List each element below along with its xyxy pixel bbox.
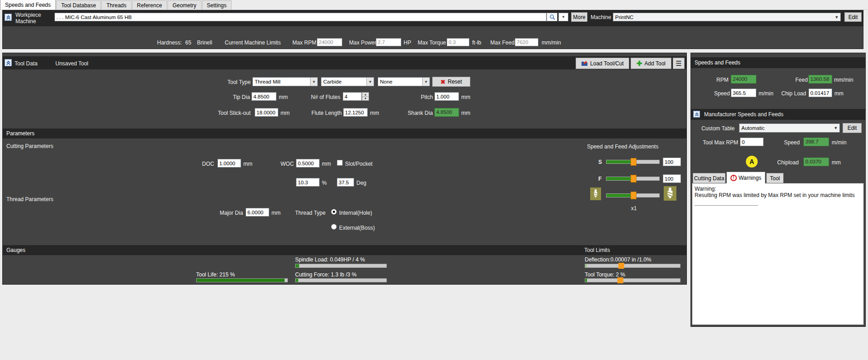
f-slider[interactable]	[606, 177, 660, 181]
diameter-slider-handle[interactable]	[631, 192, 636, 199]
flutes-spinner[interactable]: ▲▼	[362, 92, 369, 101]
thread-parameters-title: Thread Parameters	[6, 196, 53, 202]
tool-name-status: Unsaved Tool	[55, 60, 89, 67]
spindle-load-gauge	[295, 264, 387, 268]
stickout-input[interactable]	[255, 108, 278, 117]
max-rpm-input[interactable]	[317, 38, 342, 46]
slot-pocket-checkbox[interactable]	[337, 160, 343, 166]
thread-internal-radio[interactable]	[331, 209, 337, 215]
collapse-tool-data-icon[interactable]	[5, 59, 12, 66]
tool-type-value: Thread Mill	[253, 79, 310, 84]
machine-select[interactable]: PrintNC ▼	[613, 13, 841, 21]
f-value-input[interactable]	[663, 174, 681, 183]
mfr-speed-unit: m/min	[832, 139, 847, 146]
menu-tab-geometry[interactable]: Geometry	[168, 0, 202, 10]
mfr-speed-label: Speed	[784, 139, 800, 146]
max-power-input[interactable]	[376, 38, 401, 46]
f-slider-handle[interactable]	[631, 175, 636, 182]
material-dropdown-button[interactable]: ▼	[558, 13, 568, 21]
s-slider-handle[interactable]	[631, 158, 636, 166]
reset-label: Reset	[448, 79, 462, 85]
menu-tab-threads[interactable]: Threads	[101, 0, 131, 10]
feed-value: 1360.58	[809, 75, 832, 84]
reset-button[interactable]: ✖ Reset	[432, 77, 470, 87]
tip-dia-unit: mm	[279, 94, 288, 100]
tab-tool[interactable]: Tool	[766, 173, 784, 183]
hardness-unit: Brinell	[197, 39, 212, 46]
custom-table-select[interactable]: Automatic▼	[739, 123, 840, 133]
angle-unit: Deg	[356, 180, 366, 186]
folder-icon	[581, 60, 588, 66]
speed-label: Speed	[714, 90, 730, 97]
menu-tab-speeds-and-feeds[interactable]: Speeds and Feeds	[0, 0, 56, 10]
custom-table-edit-button[interactable]: Edit	[843, 123, 862, 133]
tab-warnings[interactable]: ! Warnings	[726, 172, 765, 183]
speed-input[interactable]	[731, 89, 756, 97]
tip-dia-input[interactable]	[252, 92, 276, 101]
spindle-load-fill	[296, 264, 299, 267]
collapse-manufacturer-icon[interactable]	[693, 111, 700, 118]
tool-type-label: Tool Type	[227, 79, 251, 85]
menu-tab-tool-database[interactable]: Tool Database	[56, 0, 101, 10]
f-slider-fill	[607, 177, 633, 180]
parameters-title: Parameters	[6, 130, 35, 137]
flute-length-input[interactable]	[343, 108, 368, 117]
thread-type-label: Thread Type	[295, 210, 326, 216]
hardness-value: 65	[185, 39, 191, 46]
max-feed-input[interactable]	[515, 38, 538, 46]
doc-input[interactable]	[217, 159, 241, 168]
mfr-chipload-value: 0.0370	[804, 158, 829, 166]
more-button[interactable]: More	[571, 12, 587, 22]
material-search-input[interactable]	[54, 13, 547, 21]
pitch-input[interactable]	[434, 92, 459, 101]
mfr-chipload-label: Chipload	[777, 159, 799, 166]
chevron-down-icon: ▼	[366, 78, 374, 86]
load-tool-button[interactable]: Load Tool/Cut	[576, 58, 629, 69]
spinner-down-icon[interactable]: ▼	[362, 97, 369, 100]
s-value-input[interactable]	[663, 158, 681, 166]
tool-type-select[interactable]: Thread Mill▼	[252, 77, 318, 86]
tool-torque-gauge	[585, 278, 681, 282]
add-tool-button[interactable]: ✚ Add Tool	[631, 58, 671, 69]
s-slider-label: S	[598, 159, 602, 165]
machine-label: Machine	[591, 14, 611, 20]
woc-input[interactable]	[296, 159, 320, 168]
max-rpm-label: Max RPM	[292, 39, 316, 46]
chevron-down-icon: ▼	[422, 78, 429, 86]
s-slider[interactable]	[606, 160, 660, 164]
gauges-title: Gauges	[6, 247, 25, 253]
woc-percent-input[interactable]	[296, 178, 320, 187]
chevron-down-icon: ▼	[310, 78, 317, 86]
major-dia-input[interactable]	[246, 208, 269, 217]
warning-line2: Resulting RPM was limited by Max RPM set…	[695, 192, 855, 198]
auto-badge-icon[interactable]: A	[746, 156, 758, 168]
double-chevron-up-icon	[695, 112, 699, 117]
diameter-slider[interactable]	[606, 193, 660, 197]
tool-max-rpm-input[interactable]	[740, 138, 764, 146]
machine-limits-title: Current Machine Limits	[225, 39, 281, 46]
doc-label: DOC	[202, 161, 214, 167]
thread-external-radio[interactable]	[331, 224, 337, 230]
flutes-input[interactable]	[343, 92, 362, 101]
collapse-workpiece-icon[interactable]	[5, 14, 12, 21]
chip-load-input[interactable]	[809, 89, 832, 97]
material-search-button[interactable]	[547, 13, 557, 21]
machine-edit-button[interactable]: Edit	[844, 12, 862, 22]
tab-cutting-data[interactable]: Cutting Data	[693, 173, 725, 183]
shank-dia-label: Shank Dia	[408, 110, 433, 116]
chevron-down-icon: ▼	[833, 13, 840, 21]
menu-tab-settings[interactable]: Settings	[202, 0, 232, 10]
tool-material-value: Carbide	[321, 79, 366, 84]
angle-input[interactable]	[337, 178, 354, 187]
max-torque-input[interactable]	[447, 38, 469, 46]
custom-table-value: Automatic	[740, 125, 832, 131]
tool-coating-select[interactable]: None▼	[378, 77, 430, 86]
rpm-value: 24000	[731, 75, 756, 84]
max-torque-label: Max Torque	[418, 39, 446, 46]
menu-tab-reference[interactable]: Reference	[132, 0, 167, 10]
tool-menu-button[interactable]: ☰	[673, 58, 685, 69]
doc-unit: mm	[243, 161, 252, 167]
tool-material-select[interactable]: Carbide▼	[321, 77, 374, 86]
woc-percent-unit: %	[322, 180, 327, 186]
spinner-up-icon[interactable]: ▲	[362, 93, 369, 97]
